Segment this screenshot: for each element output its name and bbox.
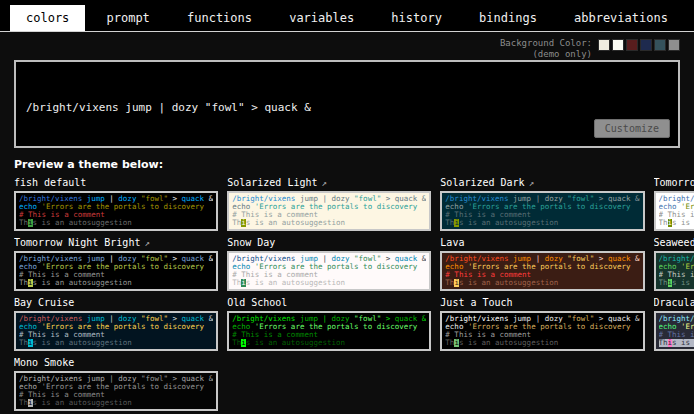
theme-sample[interactable]: /bright/vixens jump | dozy "fowl" > quac… bbox=[440, 191, 644, 231]
sample-cmd: dozy bbox=[118, 255, 136, 263]
sample-cmd: jump bbox=[87, 315, 105, 323]
background-swatch-6[interactable] bbox=[668, 39, 680, 51]
sample-line: # This is a comment bbox=[19, 271, 213, 279]
theme-name: Solarized Light bbox=[227, 177, 317, 188]
sample-quote: 'Errors are the portals to discovery bbox=[468, 323, 631, 331]
theme-sample[interactable]: /bright/vixens jump | dozy "fowl" > quac… bbox=[654, 251, 694, 291]
theme-sample[interactable]: /bright/vixens jump | dozy "fowl" > quac… bbox=[654, 311, 694, 351]
theme-name: Mono Smoke bbox=[14, 357, 74, 368]
background-color-row: Background Color: (demo only) bbox=[14, 38, 680, 60]
sample-path: /bright/vixens bbox=[659, 195, 694, 203]
sample-cmd: echo bbox=[19, 383, 37, 391]
sample-line: # This is a comment bbox=[659, 271, 694, 279]
theme-sample[interactable]: /bright/vixens jump | dozy "fowl" > quac… bbox=[14, 311, 218, 351]
sample-quote: "fowl" bbox=[567, 195, 594, 203]
background-swatch-3[interactable] bbox=[626, 39, 638, 51]
sample-line: echo 'Errors are the portals to discover… bbox=[19, 323, 213, 331]
sample-comment: # This is a comment bbox=[659, 271, 694, 279]
sample-line: This is an autosuggestion bbox=[445, 219, 639, 227]
theme-name: Old School bbox=[227, 297, 287, 308]
sample-punct: | bbox=[105, 195, 119, 203]
background-swatch-1[interactable] bbox=[598, 39, 610, 51]
theme-sample[interactable]: /bright/vixens jump | dozy "fowl" > quac… bbox=[14, 371, 218, 411]
sample-cmd: echo bbox=[659, 203, 677, 211]
tab-variables[interactable]: variables bbox=[273, 5, 370, 31]
theme-title: Snow Day bbox=[227, 237, 431, 248]
sample-comment: # This is a comment bbox=[19, 331, 105, 339]
background-swatch-5[interactable] bbox=[654, 39, 666, 51]
sample-line: # This is a comment bbox=[232, 331, 426, 339]
sample-punct: | bbox=[531, 315, 545, 323]
theme-sample[interactable]: /bright/vixens jump | dozy "fowl" > quac… bbox=[654, 191, 694, 231]
sample-cmd: quack bbox=[182, 195, 205, 203]
theme-sample[interactable]: /bright/vixens jump | dozy "fowl" > quac… bbox=[227, 311, 431, 351]
sample-line: /bright/vixens jump | dozy "fowl" > quac… bbox=[659, 315, 694, 323]
sample-auto: s is an autosuggestion bbox=[33, 279, 132, 287]
sample-cmd: echo bbox=[232, 323, 250, 331]
sample-cmd: jump bbox=[513, 255, 531, 263]
theme-sample[interactable]: /bright/vixens jump | dozy "fowl" > quac… bbox=[227, 251, 431, 291]
sample-line: echo 'Errors are the portals to discover… bbox=[445, 203, 639, 211]
sample-quote: 'Errors are the portals to discovery bbox=[681, 323, 694, 331]
background-swatch-4[interactable] bbox=[640, 39, 652, 51]
sample-cmd: jump bbox=[300, 195, 318, 203]
theme-name: Tomorrow bbox=[654, 177, 694, 188]
theme-card-bay-cruise: Bay Cruise /bright/vixens jump | dozy "f… bbox=[14, 297, 218, 351]
sample-line: echo 'Errors are the portals to discover… bbox=[659, 263, 694, 271]
external-link-icon[interactable]: ↗ bbox=[529, 178, 534, 188]
sample-comment: # This is a comment bbox=[445, 211, 531, 219]
theme-sample[interactable]: /bright/vixens jump | dozy "fowl" > quac… bbox=[227, 191, 431, 231]
theme-sample[interactable]: /bright/vixens jump | dozy "fowl" > quac… bbox=[14, 191, 218, 231]
sample-line: # This is a comment bbox=[19, 391, 213, 399]
sample-auto: s is an autosuggestion bbox=[33, 339, 132, 347]
sample-line: /bright/vixens jump | dozy "fowl" > quac… bbox=[232, 255, 426, 263]
sample-quote: 'Errors are the portals to discovery bbox=[681, 263, 694, 271]
theme-title: Dracula bbox=[654, 297, 694, 308]
sample-line: # This is a comment bbox=[19, 331, 213, 339]
theme-title: Seaweed bbox=[654, 237, 694, 248]
sample-path: /bright/vixens bbox=[19, 315, 82, 323]
sample-line: /bright/vixens jump | dozy "fowl" > quac… bbox=[445, 315, 639, 323]
theme-sample[interactable]: /bright/vixens jump | dozy "fowl" > quac… bbox=[14, 251, 218, 291]
theme-sample[interactable]: /bright/vixens jump | dozy "fowl" > quac… bbox=[440, 311, 644, 351]
sample-line: This is an autosuggestion bbox=[659, 219, 694, 227]
sample-cmd: jump bbox=[87, 375, 105, 383]
tab-history[interactable]: history bbox=[375, 5, 458, 31]
external-link-icon[interactable]: ↗ bbox=[321, 178, 326, 188]
sample-quote: "fowl" bbox=[354, 255, 381, 263]
sample-line: /bright/vixens jump | dozy "fowl" > quac… bbox=[19, 315, 213, 323]
sample-punct: | bbox=[105, 255, 119, 263]
sample-line: echo 'Errors are the portals to discover… bbox=[19, 263, 213, 271]
theme-title: Old School bbox=[227, 297, 431, 308]
tab-bindings[interactable]: bindings bbox=[463, 5, 553, 31]
sample-auto: s is an autosuggestion bbox=[33, 399, 132, 407]
tab-functions[interactable]: functions bbox=[171, 5, 268, 31]
theme-name: fish default bbox=[14, 177, 86, 188]
background-swatch-2[interactable] bbox=[612, 39, 624, 51]
theme-name: Just a Touch bbox=[440, 297, 512, 308]
sample-quote: "fowl" bbox=[141, 315, 168, 323]
theme-card-tomorrow: Tomorrow↗ /bright/vixens jump | dozy "fo… bbox=[654, 177, 694, 231]
customize-button[interactable]: Customize bbox=[594, 119, 670, 138]
sample-line: This is an autosuggestion bbox=[232, 219, 426, 227]
fish-config-page: colorspromptfunctionsvariableshistorybin… bbox=[0, 0, 694, 411]
sample-path: /bright/vixens bbox=[232, 195, 295, 203]
sample-line: /bright/vixens jump | dozy "fowl" > quac… bbox=[445, 255, 639, 263]
tab-prompt[interactable]: prompt bbox=[91, 5, 166, 31]
sample-cmd: jump bbox=[87, 255, 105, 263]
sample-quote: 'Errors are the portals to discovery bbox=[42, 203, 205, 211]
terminal-line-command: /bright/vixens jump | dozy "fowl" > quac… bbox=[26, 100, 668, 115]
tab-colors[interactable]: colors bbox=[10, 5, 85, 31]
sample-auto: Th bbox=[232, 219, 241, 227]
theme-grid: fish default /bright/vixens jump | dozy … bbox=[14, 177, 680, 411]
sample-quote: 'Errors are the portals to discovery bbox=[468, 263, 631, 271]
theme-sample[interactable]: /bright/vixens jump | dozy "fowl" > quac… bbox=[440, 251, 644, 291]
sample-comment: # This is a comment bbox=[445, 331, 531, 339]
external-link-icon[interactable]: ↗ bbox=[144, 238, 149, 248]
sample-cmd: jump bbox=[300, 315, 318, 323]
tab-abbreviations[interactable]: abbreviations bbox=[558, 5, 684, 31]
sample-punct: & bbox=[204, 315, 213, 323]
sample-line: echo 'Errors are the portals to discover… bbox=[19, 203, 213, 211]
theme-title: Mono Smoke bbox=[14, 357, 218, 368]
sample-auto: Th bbox=[19, 339, 28, 347]
